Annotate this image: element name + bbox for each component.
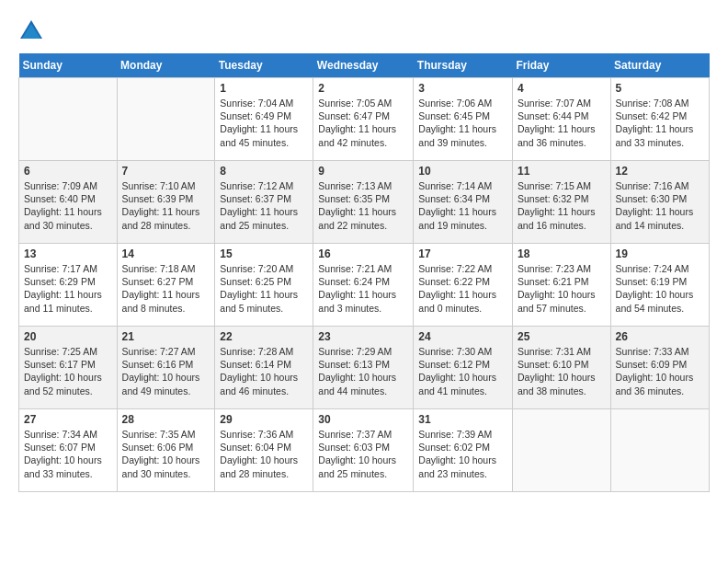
day-info: Sunrise: 7:12 AM Sunset: 6:37 PM Dayligh… <box>220 179 308 232</box>
calendar-cell: 25Sunrise: 7:31 AM Sunset: 6:10 PM Dayli… <box>512 327 610 409</box>
day-info: Sunrise: 7:15 AM Sunset: 6:32 PM Dayligh… <box>518 179 606 232</box>
day-number: 27 <box>24 413 112 426</box>
calendar-cell: 21Sunrise: 7:27 AM Sunset: 6:16 PM Dayli… <box>117 327 215 409</box>
day-number: 11 <box>518 165 606 178</box>
day-info: Sunrise: 7:35 AM Sunset: 6:06 PM Dayligh… <box>122 428 210 480</box>
calendar-cell: 29Sunrise: 7:36 AM Sunset: 6:04 PM Dayli… <box>215 409 313 492</box>
calendar-cell: 12Sunrise: 7:16 AM Sunset: 6:30 PM Dayli… <box>610 161 709 244</box>
day-info: Sunrise: 7:24 AM Sunset: 6:19 PM Dayligh… <box>616 262 704 315</box>
weekday-header-saturday: Saturday <box>610 53 709 78</box>
calendar-cell: 6Sunrise: 7:09 AM Sunset: 6:40 PM Daylig… <box>19 161 118 244</box>
day-info: Sunrise: 7:34 AM Sunset: 6:07 PM Dayligh… <box>24 428 112 480</box>
calendar-cell: 3Sunrise: 7:06 AM Sunset: 6:45 PM Daylig… <box>414 78 513 161</box>
calendar-cell: 19Sunrise: 7:24 AM Sunset: 6:19 PM Dayli… <box>610 244 709 327</box>
calendar-cell: 28Sunrise: 7:35 AM Sunset: 6:06 PM Dayli… <box>117 409 215 492</box>
day-info: Sunrise: 7:30 AM Sunset: 6:12 PM Dayligh… <box>418 345 507 397</box>
day-info: Sunrise: 7:13 AM Sunset: 6:35 PM Dayligh… <box>318 179 408 232</box>
calendar-cell: 7Sunrise: 7:10 AM Sunset: 6:39 PM Daylig… <box>117 161 215 244</box>
calendar-cell: 27Sunrise: 7:34 AM Sunset: 6:07 PM Dayli… <box>19 409 118 492</box>
page-header <box>18 18 710 44</box>
calendar-cell: 11Sunrise: 7:15 AM Sunset: 6:32 PM Dayli… <box>512 161 610 244</box>
week-row-1: 1Sunrise: 7:04 AM Sunset: 6:49 PM Daylig… <box>19 78 710 161</box>
day-number: 13 <box>24 247 112 260</box>
day-info: Sunrise: 7:31 AM Sunset: 6:10 PM Dayligh… <box>518 345 606 397</box>
day-number: 19 <box>616 247 704 260</box>
calendar-cell: 26Sunrise: 7:33 AM Sunset: 6:09 PM Dayli… <box>610 327 709 409</box>
day-number: 28 <box>122 413 210 426</box>
calendar-cell: 22Sunrise: 7:28 AM Sunset: 6:14 PM Dayli… <box>215 327 313 409</box>
calendar-cell: 9Sunrise: 7:13 AM Sunset: 6:35 PM Daylig… <box>313 161 414 244</box>
day-number: 24 <box>418 330 507 343</box>
day-number: 25 <box>518 330 606 343</box>
calendar-cell: 18Sunrise: 7:23 AM Sunset: 6:21 PM Dayli… <box>512 244 610 327</box>
week-row-4: 20Sunrise: 7:25 AM Sunset: 6:17 PM Dayli… <box>19 327 710 409</box>
day-number: 30 <box>318 413 408 426</box>
day-number: 7 <box>122 165 210 178</box>
calendar-cell: 30Sunrise: 7:37 AM Sunset: 6:03 PM Dayli… <box>313 409 414 492</box>
calendar-cell: 31Sunrise: 7:39 AM Sunset: 6:02 PM Dayli… <box>414 409 513 492</box>
day-number: 23 <box>318 330 408 343</box>
logo <box>18 18 48 44</box>
calendar-cell <box>512 409 610 492</box>
day-number: 14 <box>122 247 210 260</box>
day-number: 6 <box>24 165 112 178</box>
day-info: Sunrise: 7:22 AM Sunset: 6:22 PM Dayligh… <box>418 262 507 315</box>
weekday-header-wednesday: Wednesday <box>313 53 414 78</box>
calendar-cell: 20Sunrise: 7:25 AM Sunset: 6:17 PM Dayli… <box>19 327 118 409</box>
calendar-cell: 2Sunrise: 7:05 AM Sunset: 6:47 PM Daylig… <box>313 78 414 161</box>
weekday-header-tuesday: Tuesday <box>215 53 313 78</box>
day-info: Sunrise: 7:23 AM Sunset: 6:21 PM Dayligh… <box>518 262 606 315</box>
day-info: Sunrise: 7:39 AM Sunset: 6:02 PM Dayligh… <box>418 428 507 480</box>
day-number: 4 <box>518 82 606 95</box>
calendar-table: SundayMondayTuesdayWednesdayThursdayFrid… <box>18 53 710 492</box>
day-info: Sunrise: 7:09 AM Sunset: 6:40 PM Dayligh… <box>24 179 112 232</box>
calendar-cell: 4Sunrise: 7:07 AM Sunset: 6:44 PM Daylig… <box>512 78 610 161</box>
day-info: Sunrise: 7:16 AM Sunset: 6:30 PM Dayligh… <box>616 179 704 232</box>
calendar-cell: 23Sunrise: 7:29 AM Sunset: 6:13 PM Dayli… <box>313 327 414 409</box>
week-row-2: 6Sunrise: 7:09 AM Sunset: 6:40 PM Daylig… <box>19 161 710 244</box>
calendar-cell: 10Sunrise: 7:14 AM Sunset: 6:34 PM Dayli… <box>414 161 513 244</box>
day-number: 9 <box>318 165 408 178</box>
week-row-5: 27Sunrise: 7:34 AM Sunset: 6:07 PM Dayli… <box>19 409 710 492</box>
day-number: 18 <box>518 247 606 260</box>
day-info: Sunrise: 7:37 AM Sunset: 6:03 PM Dayligh… <box>318 428 408 480</box>
day-info: Sunrise: 7:18 AM Sunset: 6:27 PM Dayligh… <box>122 262 210 315</box>
calendar-cell: 1Sunrise: 7:04 AM Sunset: 6:49 PM Daylig… <box>215 78 313 161</box>
day-info: Sunrise: 7:25 AM Sunset: 6:17 PM Dayligh… <box>24 345 112 397</box>
day-number: 1 <box>220 82 308 95</box>
calendar-cell <box>610 409 709 492</box>
day-number: 22 <box>220 330 308 343</box>
day-info: Sunrise: 7:04 AM Sunset: 6:49 PM Dayligh… <box>220 97 308 149</box>
calendar-cell <box>117 78 215 161</box>
day-number: 26 <box>616 330 704 343</box>
day-info: Sunrise: 7:08 AM Sunset: 6:42 PM Dayligh… <box>616 97 704 149</box>
weekday-header-friday: Friday <box>512 53 610 78</box>
calendar-cell: 24Sunrise: 7:30 AM Sunset: 6:12 PM Dayli… <box>414 327 513 409</box>
day-number: 17 <box>418 247 507 260</box>
week-row-3: 13Sunrise: 7:17 AM Sunset: 6:29 PM Dayli… <box>19 244 710 327</box>
day-info: Sunrise: 7:27 AM Sunset: 6:16 PM Dayligh… <box>122 345 210 397</box>
calendar-cell: 8Sunrise: 7:12 AM Sunset: 6:37 PM Daylig… <box>215 161 313 244</box>
day-info: Sunrise: 7:20 AM Sunset: 6:25 PM Dayligh… <box>220 262 308 315</box>
day-info: Sunrise: 7:05 AM Sunset: 6:47 PM Dayligh… <box>318 97 408 149</box>
day-info: Sunrise: 7:07 AM Sunset: 6:44 PM Dayligh… <box>518 97 606 149</box>
day-info: Sunrise: 7:33 AM Sunset: 6:09 PM Dayligh… <box>616 345 704 397</box>
weekday-header-sunday: Sunday <box>19 53 118 78</box>
day-number: 8 <box>220 165 308 178</box>
day-info: Sunrise: 7:21 AM Sunset: 6:24 PM Dayligh… <box>318 262 408 315</box>
calendar-cell: 5Sunrise: 7:08 AM Sunset: 6:42 PM Daylig… <box>610 78 709 161</box>
day-info: Sunrise: 7:10 AM Sunset: 6:39 PM Dayligh… <box>122 179 210 232</box>
calendar-cell: 17Sunrise: 7:22 AM Sunset: 6:22 PM Dayli… <box>414 244 513 327</box>
day-info: Sunrise: 7:28 AM Sunset: 6:14 PM Dayligh… <box>220 345 308 397</box>
weekday-header-thursday: Thursday <box>414 53 513 78</box>
day-number: 15 <box>220 247 308 260</box>
calendar-cell: 13Sunrise: 7:17 AM Sunset: 6:29 PM Dayli… <box>19 244 118 327</box>
day-number: 16 <box>318 247 408 260</box>
day-number: 29 <box>220 413 308 426</box>
day-number: 31 <box>418 413 507 426</box>
day-number: 5 <box>616 82 704 95</box>
day-number: 12 <box>616 165 704 178</box>
calendar-cell: 16Sunrise: 7:21 AM Sunset: 6:24 PM Dayli… <box>313 244 414 327</box>
day-info: Sunrise: 7:17 AM Sunset: 6:29 PM Dayligh… <box>24 262 112 315</box>
day-number: 10 <box>418 165 507 178</box>
